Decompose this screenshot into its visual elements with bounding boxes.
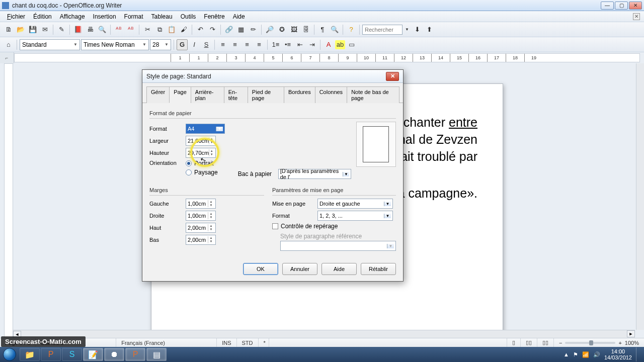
tray-flag-icon[interactable]: ⚑ bbox=[573, 351, 578, 358]
bullet-list-icon[interactable]: •≡ bbox=[282, 39, 293, 50]
search-up-icon[interactable]: ⬆ bbox=[424, 24, 435, 35]
paste-icon[interactable]: 📋 bbox=[166, 24, 177, 35]
ok-button[interactable]: OK bbox=[243, 263, 278, 275]
margin-left-spinner[interactable]: 1,00cm▲▼ bbox=[186, 199, 216, 209]
pdf-export-icon[interactable]: 📕 bbox=[72, 24, 84, 35]
nonprinting-icon[interactable]: ¶ bbox=[317, 24, 328, 35]
tab-colonnes[interactable]: Colonnes bbox=[315, 86, 347, 103]
increase-indent-icon[interactable]: ⇥ bbox=[306, 39, 317, 50]
align-justify-icon[interactable]: ≡ bbox=[254, 39, 265, 50]
task-powerpoint2-icon[interactable]: P bbox=[125, 348, 145, 361]
dialog-titlebar[interactable]: Style de page: Standard ✕ bbox=[142, 70, 403, 83]
status-std[interactable]: STD bbox=[237, 338, 259, 347]
tray-arrow-icon[interactable]: ▲ bbox=[564, 351, 569, 357]
horizontal-scrollbar[interactable]: ◄ ► bbox=[13, 330, 635, 338]
menu-tableau[interactable]: Tableau bbox=[147, 12, 177, 21]
show-draw-icon[interactable]: ✏ bbox=[248, 24, 259, 35]
tray-volume-icon[interactable]: 🔊 bbox=[593, 351, 600, 358]
task-impress-icon[interactable]: ▤ bbox=[146, 348, 167, 361]
underline-button[interactable]: S bbox=[201, 39, 212, 50]
tray-network-icon[interactable]: 📶 bbox=[582, 351, 589, 358]
task-skype-icon[interactable]: S bbox=[62, 348, 82, 361]
undo-icon[interactable]: ↶ bbox=[195, 24, 206, 35]
open-icon[interactable]: 📂 bbox=[15, 24, 26, 35]
bold-button[interactable]: G bbox=[177, 39, 188, 50]
cut-icon[interactable]: ✂ bbox=[142, 24, 153, 35]
tab-page[interactable]: Page bbox=[169, 86, 191, 103]
copy-icon[interactable]: ⧉ bbox=[154, 24, 165, 35]
tab-entete[interactable]: En-tête bbox=[224, 86, 248, 103]
zoom-icon[interactable]: 🔍 bbox=[329, 24, 340, 35]
new-doc-icon[interactable]: 🗎 bbox=[3, 24, 14, 35]
hyperlink-icon[interactable]: 🔗 bbox=[223, 24, 234, 35]
bac-dropdown[interactable]: [D'après les paramètres de l'▼ bbox=[278, 169, 351, 179]
document-close-button[interactable]: ✕ bbox=[633, 13, 640, 20]
margin-top-spinner[interactable]: 2,00cm▲▼ bbox=[186, 223, 216, 233]
paper-format-dropdown[interactable]: A4▼ bbox=[186, 124, 225, 134]
align-center-icon[interactable]: ≡ bbox=[229, 39, 240, 50]
view-book-icon[interactable]: ▯▯ bbox=[537, 338, 553, 347]
format-paintbrush-icon[interactable]: 🖌 bbox=[178, 24, 189, 35]
annuler-button[interactable]: Annuler bbox=[282, 263, 317, 275]
mise-en-page-dropdown[interactable]: Droite et gauche▼ bbox=[317, 199, 393, 209]
task-recorder-icon[interactable]: ⏺ bbox=[104, 348, 124, 361]
vertical-scrollbar[interactable] bbox=[636, 63, 644, 330]
zoom-out-icon[interactable]: − bbox=[559, 340, 562, 346]
menu-affichage[interactable]: Affichage bbox=[56, 12, 89, 21]
search-down-icon[interactable]: ⬇ bbox=[412, 24, 423, 35]
help-icon[interactable]: ? bbox=[346, 24, 357, 35]
styles-window-icon[interactable]: ⌂ bbox=[3, 39, 14, 50]
font-color-icon[interactable]: A bbox=[323, 39, 334, 50]
edit-icon[interactable]: ✎ bbox=[56, 24, 67, 35]
close-button[interactable]: ✕ bbox=[629, 2, 642, 10]
tab-arriere-plan[interactable]: Arrière-plan bbox=[191, 86, 224, 103]
background-color-icon[interactable]: ▭ bbox=[346, 39, 357, 50]
width-spinner[interactable]: 21,00cm▲▼ bbox=[186, 136, 216, 146]
search-dropdown-icon[interactable]: ▼ bbox=[404, 24, 411, 35]
menu-aide[interactable]: Aide bbox=[229, 12, 249, 21]
datasources-icon[interactable]: 🗄 bbox=[300, 24, 311, 35]
page-number-format-dropdown[interactable]: 1, 2, 3, ...▼ bbox=[317, 211, 393, 221]
zoom-in-icon[interactable]: + bbox=[618, 340, 621, 346]
spellcheck-icon[interactable]: ᴬᴮ bbox=[113, 24, 124, 35]
status-ins[interactable]: INS bbox=[217, 338, 236, 347]
task-powerpoint-icon[interactable]: P bbox=[41, 348, 61, 361]
maximize-button[interactable]: ▢ bbox=[615, 2, 628, 10]
tab-pied[interactable]: Pied de page bbox=[248, 86, 284, 103]
gallery-icon[interactable]: 🖼 bbox=[288, 24, 299, 35]
menu-fichier[interactable]: FFichierichier bbox=[3, 12, 29, 21]
menu-format[interactable]: Format bbox=[120, 12, 147, 21]
search-input[interactable] bbox=[362, 25, 403, 35]
start-button[interactable] bbox=[0, 347, 19, 362]
system-tray[interactable]: ▲ ⚑ 📶 🔊 14:00 14/03/2012 bbox=[559, 347, 644, 361]
margin-bottom-spinner[interactable]: 2,00cm▲▼ bbox=[186, 235, 216, 245]
numbered-list-icon[interactable]: 1≡ bbox=[270, 39, 281, 50]
vertical-ruler[interactable] bbox=[4, 63, 13, 338]
save-icon[interactable]: 💾 bbox=[27, 24, 38, 35]
dialog-close-button[interactable]: ✕ bbox=[386, 72, 399, 81]
zoom-value[interactable]: 100% bbox=[625, 340, 639, 346]
print-preview-icon[interactable]: 🔍 bbox=[97, 24, 108, 35]
horizontal-ruler[interactable]: 112345678910111213141516171819 bbox=[14, 53, 640, 62]
paysage-radio[interactable] bbox=[186, 169, 192, 175]
font-size-combo[interactable]: 28▼ bbox=[150, 39, 171, 50]
menu-outils[interactable]: Outils bbox=[177, 12, 200, 21]
email-icon[interactable]: ✉ bbox=[39, 24, 50, 35]
font-name-combo[interactable]: Times New Roman▼ bbox=[81, 39, 149, 50]
align-right-icon[interactable]: ≡ bbox=[242, 39, 253, 50]
controle-reperage-checkbox[interactable] bbox=[272, 223, 278, 229]
tab-note[interactable]: Note de bas de page bbox=[347, 86, 399, 103]
align-left-icon[interactable]: ≡ bbox=[217, 39, 228, 50]
margin-right-spinner[interactable]: 1,00cm▲▼ bbox=[186, 211, 216, 221]
tray-clock[interactable]: 14:00 14/03/2012 bbox=[604, 348, 632, 360]
menu-fenetre[interactable]: Fenêtre bbox=[200, 12, 228, 21]
redo-icon[interactable]: ↷ bbox=[207, 24, 218, 35]
navigator-icon[interactable]: ✪ bbox=[276, 24, 287, 35]
task-writer-icon[interactable]: 📝 bbox=[83, 348, 103, 361]
print-icon[interactable]: 🖶 bbox=[85, 24, 96, 35]
height-spinner[interactable]: 29,70cm▲▼ bbox=[186, 148, 216, 158]
view-multi-icon[interactable]: ▯▯ bbox=[520, 338, 537, 347]
menu-edition[interactable]: Édition bbox=[29, 12, 56, 21]
menu-insertion[interactable]: Insertion bbox=[89, 12, 120, 21]
paragraph-style-combo[interactable]: Standard▼ bbox=[20, 39, 80, 50]
